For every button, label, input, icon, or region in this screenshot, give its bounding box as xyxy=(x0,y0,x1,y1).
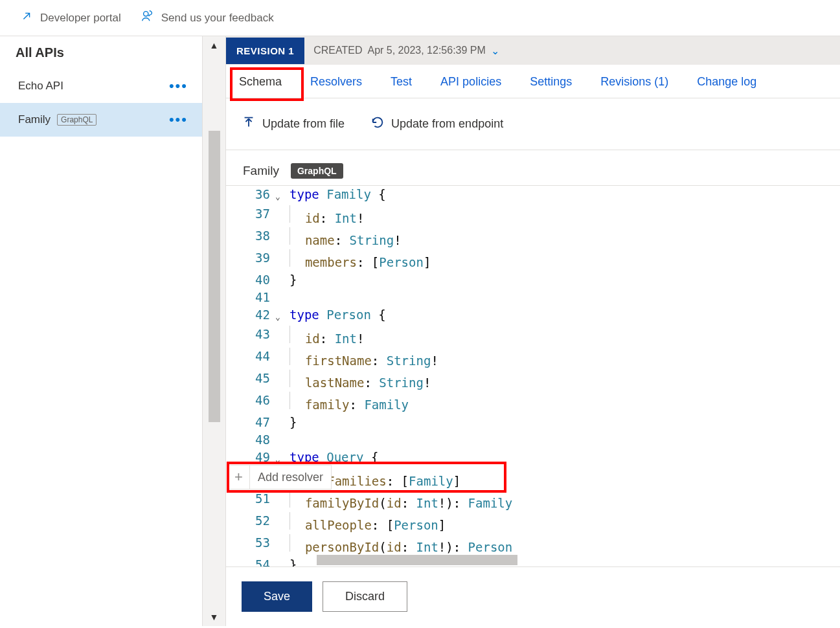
code-content: } xyxy=(289,271,297,289)
fold-icon xyxy=(275,249,289,251)
tab-test[interactable]: Test xyxy=(391,75,412,98)
editor-line[interactable]: 36⌄type Family { xyxy=(230,186,840,205)
tab-settings[interactable]: Settings xyxy=(530,75,572,98)
fold-icon xyxy=(275,227,289,229)
line-number: 48 xyxy=(230,431,275,449)
editor-line[interactable]: 39 members: [Person] xyxy=(230,249,840,271)
api-sidebar: All APIs Echo API•••FamilyGraphQL••• xyxy=(0,36,203,626)
developer-portal-link[interactable]: Developer portal xyxy=(19,9,121,27)
scroll-down-icon[interactable]: ▼ xyxy=(210,612,219,622)
fold-icon xyxy=(275,271,289,273)
revision-created-label: CREATED xyxy=(313,45,362,56)
revision-created-value: Apr 5, 2023, 12:56:39 PM xyxy=(367,45,485,56)
editor-wrap: 36⌄type Family {37 id: Int!38 name: Stri… xyxy=(226,185,840,566)
fold-icon xyxy=(275,556,289,558)
feedback-icon xyxy=(141,9,155,27)
schema-editor[interactable]: 36⌄type Family {37 id: Int!38 name: Stri… xyxy=(226,185,840,566)
feedback-link[interactable]: Send us your feedback xyxy=(141,9,274,27)
external-link-icon xyxy=(19,9,34,27)
update-from-endpoint-button[interactable]: Update from endpoint xyxy=(370,115,503,133)
code-content: firstName: String! xyxy=(289,348,438,370)
developer-portal-label: Developer portal xyxy=(40,12,121,25)
top-links-bar: Developer portal Send us your feedback xyxy=(0,0,840,36)
tab-revisions[interactable]: Revisions (1) xyxy=(600,75,668,98)
fold-icon[interactable]: ⌄ xyxy=(275,306,289,326)
tab-resolvers[interactable]: Resolvers xyxy=(310,75,362,98)
editor-line[interactable]: 51 familyById(id: Int!): Family xyxy=(230,490,840,512)
line-number: 53 xyxy=(230,534,275,552)
feedback-label: Send us your feedback xyxy=(161,12,274,25)
editor-line[interactable]: 53 personById(id: Int!): Person xyxy=(230,534,840,556)
upload-icon xyxy=(242,115,256,133)
editor-line[interactable]: 38 name: String! xyxy=(230,227,840,249)
line-number: 47 xyxy=(230,414,275,431)
editor-line[interactable]: 40} xyxy=(230,271,840,289)
line-number: 40 xyxy=(230,271,275,289)
line-number: 36 xyxy=(230,186,275,203)
more-icon[interactable]: ••• xyxy=(169,83,188,89)
editor-line[interactable]: 41 xyxy=(230,289,840,306)
main-panel: REVISION 1 CREATED Apr 5, 2023, 12:56:39… xyxy=(226,36,840,626)
annotation-highlight-schema xyxy=(230,67,304,101)
editor-line[interactable]: 44 firstName: String! xyxy=(230,348,840,370)
line-number: 37 xyxy=(230,205,275,223)
line-number: 42 xyxy=(230,306,275,324)
api-item-echo-api[interactable]: Echo API••• xyxy=(0,69,202,103)
fold-icon xyxy=(275,326,289,328)
update-from-file-button[interactable]: Update from file xyxy=(242,115,345,133)
vertical-scrollbar[interactable]: ▲ ▼ xyxy=(203,36,226,626)
line-number: 43 xyxy=(230,326,275,343)
code-content: type Person { xyxy=(289,306,386,324)
revision-bar: REVISION 1 CREATED Apr 5, 2023, 12:56:39… xyxy=(226,36,840,65)
code-content: type Family { xyxy=(289,186,386,203)
line-number: 51 xyxy=(230,490,275,508)
graphql-badge: GraphQL xyxy=(291,163,343,179)
fold-icon xyxy=(275,512,289,514)
code-content: personById(id: Int!): Person xyxy=(289,534,512,556)
api-item-badge: GraphQL xyxy=(57,114,96,126)
fold-icon xyxy=(275,370,289,372)
fold-icon xyxy=(275,392,289,394)
tab-change-log[interactable]: Change log xyxy=(697,75,756,98)
editor-line[interactable]: 52 allPeople: [Person] xyxy=(230,512,840,534)
line-number: 41 xyxy=(230,289,275,306)
discard-button[interactable]: Discard xyxy=(323,581,407,612)
editor-line[interactable]: 43 id: Int! xyxy=(230,326,840,348)
editor-line[interactable]: 48 xyxy=(230,431,840,449)
more-icon[interactable]: ••• xyxy=(169,117,188,123)
revision-meta[interactable]: CREATED Apr 5, 2023, 12:56:39 PM ⌄ xyxy=(304,45,508,57)
update-from-file-label: Update from file xyxy=(262,117,345,131)
scrollbar-thumb[interactable] xyxy=(209,131,220,422)
editor-line[interactable]: 42⌄type Person { xyxy=(230,306,840,326)
code-content: members: [Person] xyxy=(289,249,431,271)
tab-api-policies[interactable]: API policies xyxy=(440,75,501,98)
line-number: 54 xyxy=(230,556,275,566)
line-number: 38 xyxy=(230,227,275,245)
fold-icon xyxy=(275,205,289,207)
fold-icon[interactable]: ⌄ xyxy=(275,186,289,205)
update-from-endpoint-label: Update from endpoint xyxy=(391,117,503,131)
line-number: 46 xyxy=(230,392,275,409)
editor-line[interactable]: 45 lastName: String! xyxy=(230,370,840,392)
editor-line[interactable]: 46 family: Family xyxy=(230,392,840,414)
svg-point-1 xyxy=(143,12,148,16)
revision-tag: REVISION 1 xyxy=(226,38,304,64)
code-content: family: Family xyxy=(289,392,409,414)
api-item-family[interactable]: FamilyGraphQL••• xyxy=(0,103,202,137)
fold-icon xyxy=(275,534,289,536)
api-item-label: Family xyxy=(18,113,51,126)
line-number: 44 xyxy=(230,348,275,365)
save-button[interactable]: Save xyxy=(242,581,312,612)
horizontal-scrollbar[interactable] xyxy=(317,555,517,565)
line-number: 45 xyxy=(230,370,275,387)
fold-icon xyxy=(275,348,289,350)
editor-line[interactable]: 47} xyxy=(230,414,840,431)
refresh-icon xyxy=(370,115,385,133)
chevron-down-icon: ⌄ xyxy=(491,45,499,57)
editor-line[interactable]: 37 id: Int! xyxy=(230,205,840,227)
scroll-up-icon[interactable]: ▲ xyxy=(210,40,219,50)
api-name: Family xyxy=(243,164,279,178)
line-number: 39 xyxy=(230,249,275,267)
api-name-row: Family GraphQL xyxy=(226,150,840,185)
footer: Save Discard xyxy=(226,566,840,626)
